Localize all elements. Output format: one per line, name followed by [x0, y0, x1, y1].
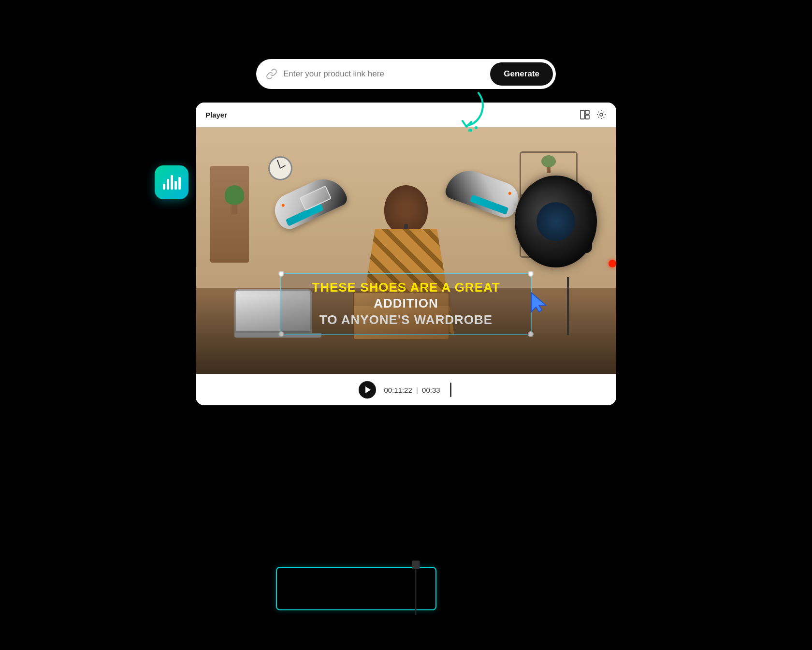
svg-rect-2	[580, 110, 584, 119]
header-icon-group	[580, 109, 607, 120]
audio-bar-2	[167, 179, 169, 190]
bookshelf	[210, 166, 249, 263]
url-bar: Generate	[256, 59, 556, 89]
product-link-input[interactable]	[283, 69, 490, 79]
play-button[interactable]	[359, 381, 376, 399]
thumb-3-1	[438, 567, 470, 610]
main-scene: Generate Player	[116, 59, 696, 591]
svg-rect-3	[585, 110, 589, 114]
audio-bar-4	[174, 181, 177, 190]
thumb-3-2	[470, 567, 502, 610]
playback-bar: 00:11:22 | 00:33	[196, 374, 616, 405]
thumb-2-2	[309, 568, 340, 609]
timeline-strip	[179, 567, 662, 620]
thumb-2-4	[372, 568, 404, 609]
time-separator: |	[416, 386, 420, 394]
thumb-1-3	[227, 567, 250, 610]
thumb-3-5	[566, 567, 597, 610]
timeline-needle	[450, 383, 451, 397]
thumb-4-2	[631, 567, 662, 610]
settings-icon[interactable]	[596, 109, 607, 120]
video-area: THESE SHOES ARE A GREAT ADDITION TO ANYO…	[196, 127, 616, 374]
selection-dot-tl	[278, 271, 284, 277]
svg-rect-4	[585, 115, 589, 119]
plant	[225, 185, 244, 214]
thumb-1-1	[179, 567, 202, 610]
time-current: 00:11:22 | 00:33	[384, 386, 440, 394]
svg-marker-6	[531, 293, 546, 312]
player-title: Player	[205, 111, 227, 119]
teal-arrow-decoration	[452, 88, 491, 133]
svg-point-1	[475, 126, 478, 129]
thumb-4-1	[599, 567, 630, 610]
svg-point-5	[600, 113, 603, 116]
audio-bar-1	[163, 184, 165, 190]
url-bar-wrapper: Generate	[256, 59, 556, 89]
layout-icon[interactable]	[580, 109, 590, 120]
scene-room: THESE SHOES ARE A GREAT ADDITION TO ANYO…	[196, 127, 616, 374]
blue-cursor-in-video	[529, 291, 549, 316]
timeline-playhead[interactable]	[415, 564, 417, 615]
svg-point-0	[468, 129, 472, 132]
audio-bars	[163, 175, 181, 190]
audio-bar-5	[178, 177, 181, 190]
audio-icon-float[interactable]	[155, 165, 188, 199]
playhead-handle	[412, 561, 420, 569]
player-header: Player	[196, 103, 616, 127]
thumb-2-1	[277, 568, 308, 609]
timeline-segment-1[interactable]	[179, 567, 274, 610]
current-time-value: 00:11:22	[384, 386, 412, 394]
play-icon	[365, 386, 371, 393]
player-window: Player	[196, 103, 616, 405]
thumb-2-5	[404, 568, 435, 609]
thumb-1-4	[250, 567, 274, 610]
link-icon	[266, 68, 277, 80]
thumb-2-3	[340, 568, 372, 609]
wall-clock	[268, 156, 292, 180]
timeline-segment-3[interactable]	[438, 567, 597, 610]
thumb-3-4	[534, 567, 565, 610]
timeline-segment-4[interactable]	[599, 567, 662, 610]
audio-bar-3	[171, 175, 173, 190]
thumb-1-2	[203, 567, 226, 610]
subtitle-highlight: THESE SHOES ARE A GREAT	[312, 280, 500, 295]
generate-button[interactable]: Generate	[490, 62, 553, 86]
thumb-3-3	[502, 567, 533, 610]
total-time-value: 00:33	[422, 386, 440, 394]
timeline-segment-2-selected[interactable]	[276, 567, 436, 610]
